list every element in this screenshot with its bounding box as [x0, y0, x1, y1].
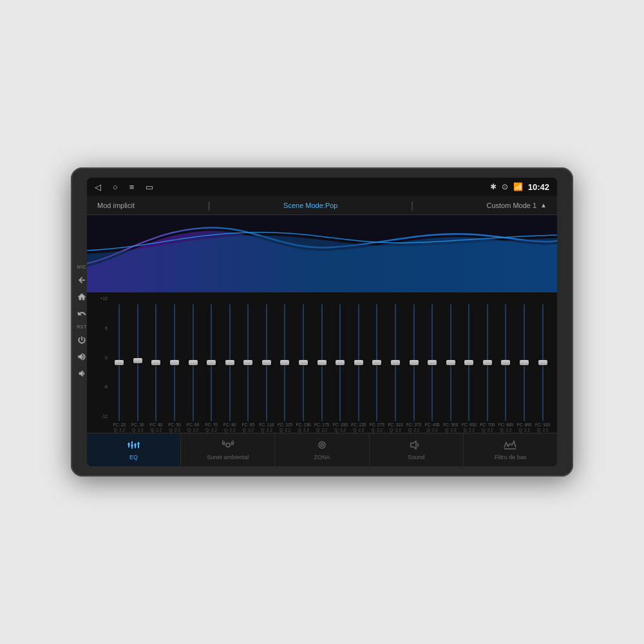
freq-label-40: FC: 40 — [150, 422, 163, 428]
slider-thumb-315[interactable] — [391, 360, 400, 365]
slider-track-800 — [505, 304, 506, 421]
bluetooth-icon: ✱ — [490, 182, 497, 191]
slider-col-50[interactable]: FC: 50Q: 2.2 — [166, 304, 184, 433]
slider-col-435[interactable]: FC: 435Q: 2.2 — [423, 304, 442, 433]
freq-label-200: FC: 200 — [333, 422, 348, 428]
slider-col-375[interactable]: FC: 375Q: 2.2 — [404, 304, 423, 433]
freq-label-315: FC: 315 — [388, 422, 402, 428]
tab-bar: EQ Sunet ambiental — [87, 433, 557, 466]
vol-down-button[interactable] — [76, 368, 88, 379]
slider-thumb-600[interactable] — [464, 360, 473, 365]
slider-col-70[interactable]: FC: 70Q: 2.2 — [202, 304, 221, 433]
slider-thumb-80[interactable] — [225, 360, 234, 365]
tab-sound[interactable]: Sound — [370, 433, 464, 466]
slider-thumb-125[interactable] — [280, 360, 289, 365]
slider-col-30[interactable]: FC: 30Q: 2.2 — [129, 304, 147, 433]
slider-thumb-200[interactable] — [336, 360, 345, 365]
slider-thumb-800[interactable] — [501, 360, 510, 365]
home-button[interactable] — [76, 291, 88, 303]
slider-thumb-150[interactable] — [299, 360, 308, 365]
eq-visualization — [87, 215, 557, 292]
slider-thumb-60[interactable] — [189, 360, 198, 365]
tab-ambient[interactable]: Sunet ambiental — [181, 433, 275, 466]
slider-thumb-95[interactable] — [243, 360, 252, 365]
slider-thumb-70[interactable] — [207, 360, 216, 365]
slider-thumb-110[interactable] — [262, 360, 271, 365]
q-label-375: Q: 2.2 — [408, 428, 420, 433]
slider-col-40[interactable]: FC: 40Q: 2.2 — [147, 304, 166, 433]
power-button[interactable] — [76, 334, 88, 346]
slider-col-235[interactable]: FC: 235Q: 2.2 — [350, 304, 368, 433]
home-nav-icon[interactable]: ○ — [113, 182, 118, 192]
vol-up-button[interactable] — [76, 351, 88, 363]
slider-track-435 — [431, 304, 433, 421]
db-plus12: +12 — [92, 296, 110, 301]
q-label-50: Q: 2.2 — [169, 428, 180, 433]
slider-col-60[interactable]: FC: 60Q: 2.2 — [184, 304, 202, 433]
slider-col-700[interactable]: FC: 700Q: 2.2 — [478, 304, 497, 433]
svg-point-9 — [226, 443, 230, 447]
svg-rect-4 — [131, 445, 133, 446]
mode-scene[interactable]: Scene Mode:Pop — [283, 202, 337, 209]
back-button[interactable] — [76, 274, 88, 286]
slider-thumb-30[interactable] — [133, 358, 142, 363]
freq-label-860: FC: 860 — [516, 422, 531, 428]
freq-label-70: FC: 70 — [205, 422, 218, 428]
slider-thumb-700[interactable] — [483, 360, 492, 365]
slider-col-275[interactable]: FC: 275Q: 2.2 — [368, 304, 386, 433]
tab-zona[interactable]: ZONA — [275, 433, 369, 466]
status-bar: ◁ ○ ≡ ▭ ✱ ⊙ 📶 10:42 — [87, 178, 557, 196]
mode-custom[interactable]: Custom Mode 1 ▲ — [486, 202, 547, 209]
db-0: 0 — [92, 355, 110, 360]
slider-track-20 — [118, 304, 120, 421]
slider-thumb-40[interactable] — [151, 360, 160, 365]
slider-col-800[interactable]: FC: 800Q: 2.2 — [497, 304, 515, 433]
slider-track-920 — [542, 304, 544, 421]
q-label-275: Q: 2.2 — [372, 428, 383, 433]
slider-col-95[interactable]: FC: 95Q: 2.2 — [239, 304, 258, 433]
slider-thumb-920[interactable] — [538, 360, 547, 365]
freq-label-920: FC: 920 — [535, 422, 550, 428]
slider-col-150[interactable]: FC: 150Q: 2.2 — [294, 304, 313, 433]
q-label-860: Q: 2.2 — [518, 428, 530, 433]
slider-thumb-860[interactable] — [520, 360, 529, 365]
slider-thumb-20[interactable] — [115, 360, 124, 365]
slider-col-500[interactable]: FC: 500Q: 2.2 — [441, 304, 460, 433]
slider-track-95 — [247, 304, 249, 421]
mode-implicit[interactable]: Mod implicit — [97, 202, 135, 209]
slider-col-175[interactable]: FC: 175Q: 2.2 — [312, 304, 331, 433]
zona-icon — [316, 440, 328, 453]
back-nav-icon[interactable]: ◁ — [95, 182, 101, 192]
slider-col-920[interactable]: FC: 920Q: 2.2 — [533, 304, 552, 433]
slider-col-80[interactable]: FC: 80Q: 2.2 — [220, 304, 239, 433]
screen: ◁ ○ ≡ ▭ ✱ ⊙ 📶 10:42 Mod implicit | Scene… — [87, 178, 557, 466]
slider-col-860[interactable]: FC: 860Q: 2.2 — [515, 304, 534, 433]
menu-nav-icon[interactable]: ≡ — [129, 182, 135, 192]
freq-label-800: FC: 800 — [498, 422, 513, 428]
slider-thumb-500[interactable] — [446, 360, 455, 365]
recent-nav-icon[interactable]: ▭ — [146, 182, 153, 192]
slider-thumb-435[interactable] — [428, 360, 437, 365]
slider-thumb-50[interactable] — [170, 360, 179, 365]
slider-col-110[interactable]: FC: 110Q: 2.2 — [258, 304, 276, 433]
slider-thumb-175[interactable] — [317, 360, 327, 365]
slider-track-70 — [211, 304, 212, 421]
slider-thumb-275[interactable] — [372, 360, 381, 365]
tab-eq[interactable]: EQ — [87, 433, 181, 466]
slider-col-600[interactable]: FC: 600Q: 2.2 — [460, 304, 478, 433]
slider-col-200[interactable]: FC: 200Q: 2.2 — [331, 304, 350, 433]
q-label-110: Q: 2.2 — [261, 428, 272, 433]
tab-eq-label: EQ — [129, 454, 138, 460]
mode-sep-2: | — [411, 200, 413, 211]
freq-label-600: FC: 600 — [462, 422, 477, 428]
db-minus6: -6 — [92, 384, 110, 389]
tab-bass[interactable]: Filtru de bas — [464, 433, 557, 466]
slider-thumb-235[interactable] — [354, 360, 363, 365]
slider-thumb-375[interactable] — [410, 360, 419, 365]
slider-col-315[interactable]: FC: 315Q: 2.2 — [386, 304, 405, 433]
slider-col-125[interactable]: FC: 125Q: 2.2 — [276, 304, 294, 433]
slider-track-125 — [284, 304, 285, 421]
undo-button[interactable] — [76, 308, 88, 319]
slider-col-20[interactable]: FC: 20Q: 2.2 — [110, 304, 129, 433]
freq-label-30: FC: 30 — [131, 422, 144, 428]
